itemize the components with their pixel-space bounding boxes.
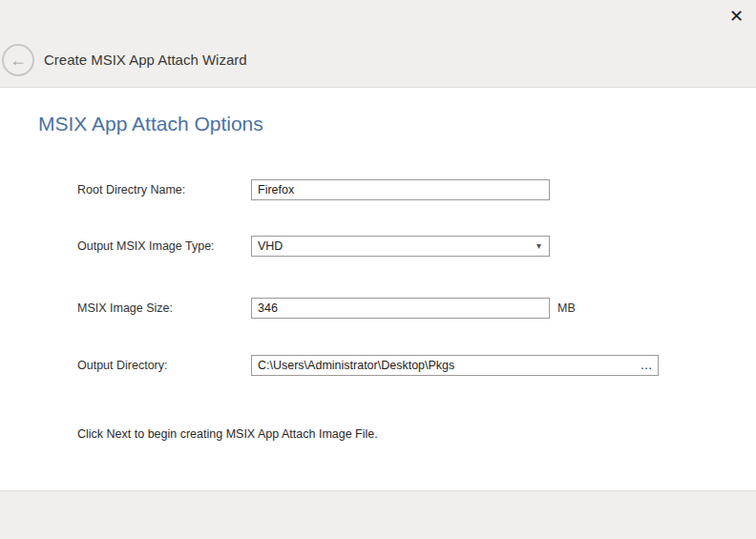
wizard-title: Create MSIX App Attach Wizard — [44, 52, 247, 68]
output-directory-input[interactable] — [251, 355, 659, 376]
image-size-label: MSIX Image Size: — [77, 301, 173, 315]
instruction-text: Click Next to begin creating MSIX App At… — [77, 427, 378, 441]
root-directory-input[interactable] — [251, 179, 550, 200]
wizard-header: ✕ ← Create MSIX App Attach Wizard — [0, 0, 756, 88]
footer-bar: Next > Cancel Help — [0, 490, 756, 539]
root-directory-label: Root Directry Name: — [77, 183, 185, 197]
output-directory-label: Output Directory: — [77, 359, 167, 372]
close-icon[interactable]: ✕ — [729, 5, 744, 28]
image-size-unit-label: MB — [557, 301, 576, 315]
page-title: MSIX App Attach Options — [38, 113, 263, 135]
back-button[interactable]: ← — [2, 44, 34, 76]
msix-wizard-dialog: { "header": { "title": "Create MSIX App … — [0, 0, 756, 539]
image-size-input[interactable] — [251, 298, 550, 319]
image-type-label: Output MSIX Image Type: — [77, 239, 215, 253]
image-type-selected-value: VHD — [252, 237, 549, 256]
image-type-dropdown[interactable]: VHD ▾ — [251, 236, 550, 257]
back-arrow-icon: ← — [10, 51, 27, 70]
chevron-down-icon: ▾ — [536, 237, 541, 256]
browse-ellipsis-button[interactable]: … — [636, 355, 657, 376]
